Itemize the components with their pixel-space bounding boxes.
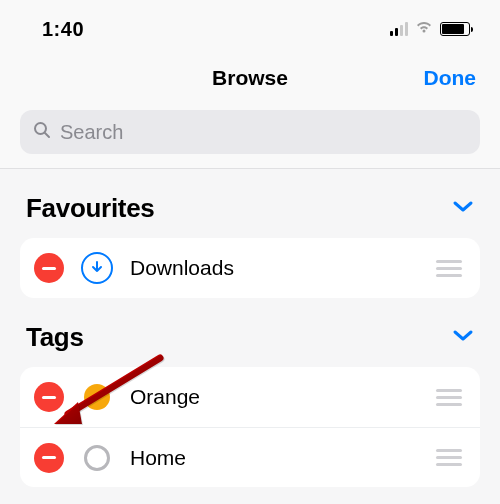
content: Favourites Downloads Tags <box>0 169 500 487</box>
done-button[interactable]: Done <box>424 66 477 90</box>
page-title: Browse <box>212 66 288 90</box>
search-container <box>0 106 500 169</box>
tag-color-icon <box>80 380 114 414</box>
reorder-handle[interactable] <box>432 449 466 466</box>
delete-button[interactable] <box>34 253 64 283</box>
downloads-icon <box>80 251 114 285</box>
tag-color-icon <box>80 441 114 475</box>
reorder-handle[interactable] <box>432 260 466 277</box>
favourites-header[interactable]: Favourites <box>20 169 480 238</box>
svg-line-1 <box>45 133 49 137</box>
item-label: Orange <box>130 385 416 409</box>
favourites-list: Downloads <box>20 238 480 298</box>
status-bar: 1:40 <box>0 0 500 50</box>
tags-header[interactable]: Tags <box>20 298 480 367</box>
delete-button[interactable] <box>34 382 64 412</box>
battery-icon <box>440 22 470 36</box>
list-item[interactable]: Orange <box>20 367 480 427</box>
item-label: Downloads <box>130 256 416 280</box>
list-item[interactable]: Downloads <box>20 238 480 298</box>
tag-ring-empty <box>84 445 110 471</box>
list-item[interactable]: Home <box>20 427 480 487</box>
cellular-icon <box>390 22 408 36</box>
nav-header: Browse Done <box>0 50 500 106</box>
tags-title: Tags <box>26 322 84 353</box>
favourites-title: Favourites <box>26 193 155 224</box>
item-label: Home <box>130 446 416 470</box>
search-icon <box>32 120 52 144</box>
chevron-down-icon <box>452 329 474 347</box>
status-time: 1:40 <box>42 18 84 41</box>
chevron-down-icon <box>452 200 474 218</box>
tag-dot-orange <box>84 384 110 410</box>
status-icons <box>390 20 470 38</box>
search-field[interactable] <box>20 110 480 154</box>
wifi-icon <box>414 20 434 38</box>
delete-button[interactable] <box>34 443 64 473</box>
reorder-handle[interactable] <box>432 389 466 406</box>
tags-list: Orange Home <box>20 367 480 487</box>
app-screen: 1:40 Browse Done Favourites <box>0 0 500 504</box>
search-input[interactable] <box>60 121 468 144</box>
